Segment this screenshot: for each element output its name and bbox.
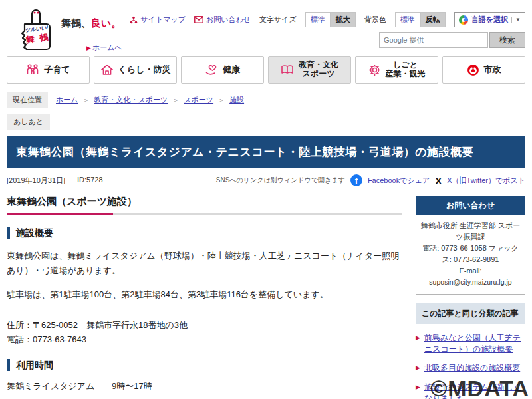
related-link[interactable]: 前島みなと公園（人工芝テニスコート）の施設概要	[424, 332, 525, 356]
footprints-label: あしあと	[7, 114, 50, 130]
contact-link[interactable]: お問い合わせ	[194, 15, 251, 25]
sidebar: お問い合わせ 舞鶴市役所 生涯学習部 スポーツ振興課 電話: 0773-66-1…	[416, 196, 525, 399]
bg-invert-button[interactable]: 反転	[420, 12, 446, 27]
city-emblem-icon	[467, 64, 479, 76]
breadcrumb-home[interactable]: ホーム	[56, 95, 78, 105]
chevron-down-icon: ▼	[511, 17, 521, 23]
contact-email: suposin@city.maizuru.lg.jp	[420, 277, 521, 287]
nav-item-kyouiku-bunka-sports[interactable]: 教育・文化 スポーツ	[268, 56, 351, 84]
search-bar: 検索	[130, 32, 525, 48]
book-icon	[281, 65, 294, 75]
nav-item-kurashi-bousai[interactable]: くらし・防災	[94, 56, 177, 84]
related-articles-title: この記事と同じ分類の記事	[416, 303, 525, 324]
home-link[interactable]: ホームへ	[86, 43, 122, 53]
breadcrumb-shisetsu[interactable]: 施設	[229, 95, 244, 105]
breadcrumb-separator: ＞	[218, 96, 225, 105]
sitemap-icon	[130, 16, 138, 24]
contact-box-title: お問い合わせ	[416, 196, 525, 215]
bg-color-label: 背景色	[364, 15, 386, 25]
section-hours: 利用時間	[7, 359, 402, 371]
nav-item-kosodate[interactable]: 子育て	[7, 56, 90, 84]
paragraph-facilities: 東舞鶴公園は、舞鶴ミライスタジアム（野球場）・陸上競技場・人工芝テニスコート（ナ…	[7, 249, 402, 277]
google-icon	[459, 15, 468, 25]
sns-note: SNSへのリンクは別ウィンドウで開きます	[216, 176, 345, 185]
contact-email-label: E-mail:	[420, 265, 521, 277]
facebook-icon[interactable]: f	[350, 174, 362, 186]
city-logo[interactable]: ツルいい! 舞 鶴	[16, 8, 56, 52]
article-body: 東舞鶴公園（スポーツ施設） 施設概要 東舞鶴公園は、舞鶴ミライスタジアム（野球場…	[7, 196, 402, 399]
related-link[interactable]: 北吸多目的施設の施設概要	[424, 362, 520, 374]
article-heading: 東舞鶴公園（スポーツ施設）	[7, 196, 402, 215]
x-twitter-icon[interactable]: X	[435, 175, 442, 186]
search-input[interactable]	[379, 32, 488, 48]
family-icon	[26, 64, 39, 76]
page-title: 東舞鶴公園（舞鶴ミライスタジアム・テニスコート・陸上競技場・弓道場）の施設概要	[7, 136, 525, 168]
bg-standard-button[interactable]: 標準	[395, 12, 420, 27]
facility-name: 舞鶴ミライスタジアム	[7, 380, 112, 392]
breadcrumb-separator: ＞	[83, 96, 90, 105]
related-link-item: ▶ 前島みなと公園（人工芝テニスコート）の施設概要	[416, 332, 525, 356]
nav-item-shisei[interactable]: 市政	[442, 56, 525, 84]
sitemap-link[interactable]: サイトマップ	[130, 15, 186, 25]
page: ツルいい! 舞 鶴 舞鶴、良い。 ホームへ サイトマップ	[0, 0, 532, 399]
contact-box: お問い合わせ 舞鶴市役所 生涯学習部 スポーツ振興課 電話: 0773-66-1…	[416, 196, 525, 295]
facility-time: 9時〜17時	[112, 380, 152, 392]
house-icon	[100, 64, 114, 76]
contact-department: 舞鶴市役所 生涯学習部 スポーツ振興課	[420, 220, 521, 243]
article-date: [2019年10月31日]	[7, 176, 65, 186]
x-post-link[interactable]: X（旧Twitter）でポスト	[447, 176, 525, 186]
article-meta: [2019年10月31日] ID:5728 SNSへのリンクは別ウィンドウで開き…	[7, 174, 525, 186]
address-block: 住所：〒625-0052 舞鶴市字行永18番地の3他 電話：0773-63-76…	[7, 318, 402, 347]
nav-item-kenkou[interactable]: 健康	[181, 56, 264, 84]
arrow-right-icon: ▶	[416, 332, 420, 356]
header-utilities: サイトマップ お問い合わせ 文字サイズ 標準 拡大 背景色 標準	[130, 12, 525, 48]
mail-icon	[194, 16, 203, 23]
facebook-share-link[interactable]: Facebookでシェア	[368, 176, 430, 186]
search-button[interactable]: 検索	[489, 32, 525, 48]
site-tagline: 舞鶴、良い。	[61, 17, 121, 30]
breadcrumb-separator: ＞	[172, 96, 179, 105]
bg-color-toggle: 標準 反転	[395, 12, 446, 27]
address-line: 住所：〒625-0052 舞鶴市字行永18番地の3他	[7, 318, 402, 332]
article-id: ID:5728	[77, 176, 103, 186]
main-nav: 子育て くらし・防災 健康 教育・文化 スポーツ	[7, 56, 525, 84]
breadcrumb: 現在位置 ホーム ＞ 教育・文化・スポーツ ＞ スポーツ ＞ 施設	[7, 92, 525, 108]
content-area: 東舞鶴公園（スポーツ施設） 施設概要 東舞鶴公園は、舞鶴ミライスタジアム（野球場…	[7, 196, 525, 399]
site-header: ツルいい! 舞 鶴 舞鶴、良い。 ホームへ サイトマップ	[0, 0, 532, 56]
phone-line: 電話：0773-63-7643	[7, 332, 402, 347]
font-size-large-button[interactable]: 拡大	[331, 12, 356, 27]
breadcrumb-sports[interactable]: スポーツ	[184, 95, 213, 105]
arrow-right-icon: ▶	[416, 382, 420, 399]
nav-item-shigoto-sangyou[interactable]: しごと 産業・観光	[355, 56, 438, 84]
language-select[interactable]: 言語を選択 ▼	[454, 12, 525, 27]
breadcrumb-kyouiku[interactable]: 教育・文化・スポーツ	[94, 95, 168, 105]
heart-hand-icon	[205, 64, 218, 76]
contact-phone-fax: 電話: 0773-66-1058 ファックス: 0773-62-9891	[420, 243, 521, 265]
gear-icon	[368, 64, 381, 76]
arrow-right-icon: ▶	[416, 362, 420, 374]
font-size-label: 文字サイズ	[259, 15, 297, 25]
section-facility-overview: 施設概要	[7, 227, 402, 239]
footprints-row: あしあと	[7, 114, 525, 130]
font-size-toggle: 標準 拡大	[305, 12, 356, 27]
breadcrumb-label: 現在位置	[7, 92, 48, 108]
hours-row: 舞鶴ミライスタジアム 9時〜17時	[7, 380, 402, 392]
utility-row: サイトマップ お問い合わせ 文字サイズ 標準 拡大 背景色 標準	[130, 12, 525, 27]
font-size-standard-button[interactable]: 標準	[305, 12, 331, 27]
paragraph-parking: 駐車場は、第1駐車場100台、第2駐車場84台、第3駐車場116台を整備していま…	[7, 287, 402, 301]
watermark: ©MDATA	[430, 376, 529, 399]
related-link-item: ▶ 北吸多目的施設の施設概要	[416, 362, 525, 374]
